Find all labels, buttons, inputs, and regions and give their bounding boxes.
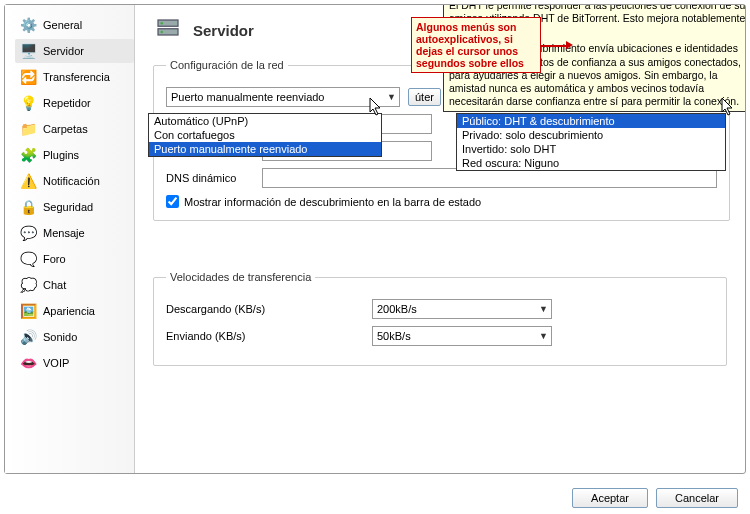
sidebar-icon: 🧩: [19, 146, 37, 164]
sidebar-item-general[interactable]: ⚙️General: [15, 13, 134, 37]
sidebar-item-label: Transferencia: [43, 71, 110, 83]
show-discovery-label: Mostrar información de descubrimiento en…: [184, 196, 481, 208]
sidebar-item-label: Foro: [43, 253, 66, 265]
upload-label: Enviando (KB/s): [166, 330, 366, 342]
sidebar-item-servidor[interactable]: 🖥️Servidor: [15, 39, 134, 63]
annotation-callout: Algunos menús son autoexplicativos, si d…: [411, 17, 541, 73]
dropdown-option[interactable]: Red oscura: Niguno: [457, 156, 725, 170]
sidebar-icon: 💡: [19, 94, 37, 112]
dropdown-option[interactable]: Automático (UPnP): [149, 114, 381, 128]
sidebar-item-label: Sonido: [43, 331, 77, 343]
content-area: Servidor Algunos menús son autoexplicati…: [135, 5, 745, 473]
cancel-button[interactable]: Cancelar: [656, 488, 738, 508]
sidebar-item-label: Plugins: [43, 149, 79, 161]
sidebar-icon: 🗨️: [19, 250, 37, 268]
dropdown-option[interactable]: Invertido: solo DHT: [457, 142, 725, 156]
sidebar-item-carpetas[interactable]: 📁Carpetas: [15, 117, 134, 141]
server-icon: [153, 15, 183, 45]
sidebar-icon: 🖼️: [19, 302, 37, 320]
sidebar-icon: 💬: [19, 224, 37, 242]
sidebar-item-label: Notificación: [43, 175, 100, 187]
sidebar-icon: 💭: [19, 276, 37, 294]
download-label: Descargando (KB/s): [166, 303, 366, 315]
sidebar-item-label: Mensaje: [43, 227, 85, 239]
sidebar-item-sonido[interactable]: 🔊Sonido: [15, 325, 134, 349]
dropdown-option[interactable]: Puerto manualmente reenviado: [149, 142, 381, 156]
dialog-buttons: Aceptar Cancelar: [572, 488, 738, 508]
sidebar-item-label: Servidor: [43, 45, 84, 57]
fieldset-legend: Velocidades de transferencia: [166, 271, 315, 283]
sidebar: ⚙️General🖥️Servidor🔁Transferencia💡Repeti…: [5, 5, 135, 473]
sidebar-item-label: Seguridad: [43, 201, 93, 213]
svg-point-3: [161, 31, 164, 34]
sidebar-item-label: Chat: [43, 279, 66, 291]
sidebar-icon: 👄: [19, 354, 37, 372]
sidebar-icon: 🖥️: [19, 42, 37, 60]
sidebar-icon: 🔊: [19, 328, 37, 346]
nat-mode-dropdown[interactable]: Automático (UPnP)Con cortafuegosPuerto m…: [148, 113, 382, 157]
sidebar-item-apariencia[interactable]: 🖼️Apariencia: [15, 299, 134, 323]
sidebar-item-chat[interactable]: 💭Chat: [15, 273, 134, 297]
discovery-mode-dropdown[interactable]: Público: DHT & descubrimientoPrivado: so…: [456, 113, 726, 171]
sidebar-item-foro[interactable]: 🗨️Foro: [15, 247, 134, 271]
dropdown-option[interactable]: Privado: solo descubrimiento: [457, 128, 725, 142]
download-speed-combo[interactable]: [372, 299, 552, 319]
settings-dialog: ⚙️General🖥️Servidor🔁Transferencia💡Repeti…: [4, 4, 746, 474]
transfer-speed-fieldset: Velocidades de transferencia Descargando…: [153, 271, 727, 366]
sidebar-icon: 📁: [19, 120, 37, 138]
sidebar-icon: 🔁: [19, 68, 37, 86]
dropdown-option[interactable]: Con cortafuegos: [149, 128, 381, 142]
sidebar-item-repetidor[interactable]: 💡Repetidor: [15, 91, 134, 115]
sidebar-icon: ⚠️: [19, 172, 37, 190]
sidebar-item-mensaje[interactable]: 💬Mensaje: [15, 221, 134, 245]
page-title: Servidor: [193, 22, 254, 39]
ok-button[interactable]: Aceptar: [572, 488, 648, 508]
sidebar-item-label: General: [43, 19, 82, 31]
dyndns-label: DNS dinámico: [166, 172, 256, 184]
router-button[interactable]: úter: [408, 88, 441, 106]
nat-mode-combo[interactable]: [166, 87, 400, 107]
sidebar-item-label: Carpetas: [43, 123, 88, 135]
sidebar-item-plugins[interactable]: 🧩Plugins: [15, 143, 134, 167]
sidebar-item-seguridad[interactable]: 🔒Seguridad: [15, 195, 134, 219]
sidebar-item-label: VOIP: [43, 357, 69, 369]
svg-point-2: [161, 22, 164, 25]
sidebar-icon: ⚙️: [19, 16, 37, 34]
sidebar-item-voip[interactable]: 👄VOIP: [15, 351, 134, 375]
sidebar-item-label: Apariencia: [43, 305, 95, 317]
sidebar-item-transferencia[interactable]: 🔁Transferencia: [15, 65, 134, 89]
dropdown-option[interactable]: Público: DHT & descubrimiento: [457, 114, 725, 128]
sidebar-item-notificación[interactable]: ⚠️Notificación: [15, 169, 134, 193]
upload-speed-combo[interactable]: [372, 326, 552, 346]
sidebar-icon: 🔒: [19, 198, 37, 216]
sidebar-item-label: Repetidor: [43, 97, 91, 109]
show-discovery-checkbox[interactable]: [166, 195, 179, 208]
fieldset-legend: Configuración de la red: [166, 59, 288, 71]
dyndns-input[interactable]: [262, 168, 717, 188]
